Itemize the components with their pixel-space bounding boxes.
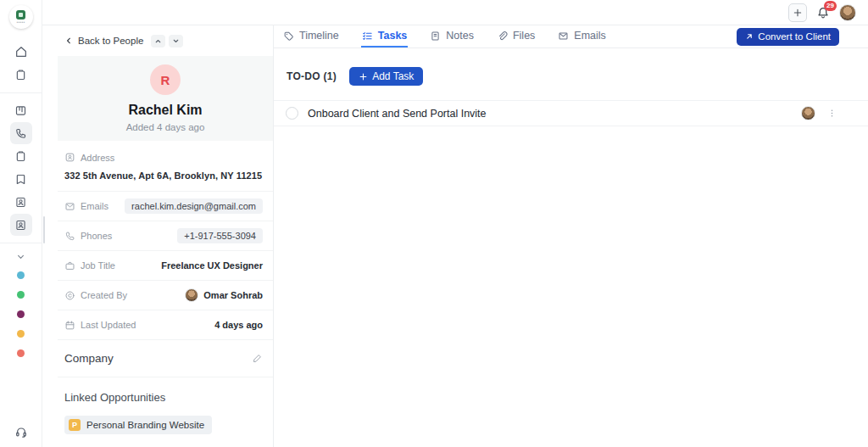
edit-pencil-icon[interactable] xyxy=(252,353,263,364)
field-label: Emails xyxy=(81,201,108,211)
field-phones: Phones +1-917-555-3094 xyxy=(58,221,273,251)
logo-text: ●●●●● xyxy=(16,20,25,24)
tab-emails[interactable]: Emails xyxy=(557,25,607,47)
convert-button-label: Convert to Client xyxy=(758,31,831,42)
user-avatar[interactable] xyxy=(839,4,856,21)
task-row[interactable]: Onboard Client and Send Portal Invite xyxy=(274,100,868,126)
field-job-title: Job Title Freelance UX Designer xyxy=(58,251,273,281)
workspace-logo[interactable]: ●●●●● xyxy=(9,5,33,29)
calendar-icon xyxy=(64,320,75,331)
back-row: Back to People xyxy=(42,25,273,56)
arrow-up-right-icon xyxy=(745,32,754,41)
last-updated-value: 4 days ago xyxy=(214,320,263,330)
people-card-icon[interactable] xyxy=(10,214,32,236)
creator-name: Omar Sohrab xyxy=(203,290,263,300)
task-checkbox[interactable] xyxy=(286,107,298,120)
creator-icon xyxy=(64,290,75,301)
tab-label: Tasks xyxy=(378,30,408,42)
book-icon[interactable] xyxy=(10,168,32,190)
creator-avatar xyxy=(185,288,198,302)
plus-icon xyxy=(359,72,368,81)
convert-to-client-button[interactable]: Convert to Client xyxy=(737,28,839,46)
field-value: 332 5th Avenue, Apt 6A, Brooklyn, NY 112… xyxy=(64,170,263,181)
paperclip-icon xyxy=(497,31,508,42)
person-added-text: Added 4 days ago xyxy=(126,122,205,132)
field-label: Phones xyxy=(81,231,112,241)
linked-opportunities-section: Linked Opportunities P Personal Branding… xyxy=(58,377,273,434)
home-icon[interactable] xyxy=(10,41,32,63)
workspace-dot[interactable] xyxy=(17,271,25,279)
rail-divider xyxy=(0,92,42,93)
chevron-up-icon xyxy=(154,37,162,45)
created-by-value[interactable]: Omar Sohrab xyxy=(185,288,263,302)
chevron-down-icon xyxy=(172,37,180,45)
linked-opportunities-title: Linked Opportunities xyxy=(64,391,263,404)
job-title-value[interactable]: Freelance UX Designer xyxy=(161,260,263,271)
chevron-down-icon[interactable] xyxy=(15,251,26,262)
logo-icon xyxy=(16,10,25,20)
tab-files[interactable]: Files xyxy=(496,25,536,47)
tab-label: Timeline xyxy=(299,30,339,42)
workspace-dot[interactable] xyxy=(17,310,25,318)
note-icon xyxy=(430,31,441,42)
kanban-icon[interactable] xyxy=(10,99,32,121)
headset-icon[interactable] xyxy=(14,425,28,439)
person-header-card: R Rachel Kim Added 4 days ago xyxy=(58,56,273,141)
field-label: Last Updated xyxy=(81,320,136,330)
field-created-by: Created By Omar Sohrab xyxy=(58,281,273,310)
envelope-icon xyxy=(558,31,569,42)
person-panel: Back to People R Rachel Kim xyxy=(42,25,274,447)
envelope-icon xyxy=(64,201,75,212)
company-title: Company xyxy=(64,352,114,365)
todo-header-row: TO-DO (1) Add Task xyxy=(287,67,868,86)
task-menu-icon[interactable] xyxy=(826,108,837,119)
rail-nav xyxy=(0,41,42,363)
main-area: Timeline Tasks Notes Files xyxy=(274,25,868,447)
rail-divider xyxy=(0,243,42,243)
tab-tasks[interactable]: Tasks xyxy=(361,25,409,47)
field-label: Created By xyxy=(81,290,127,300)
add-task-button[interactable]: Add Task xyxy=(349,67,423,86)
record-stepper xyxy=(151,35,183,47)
workspace-dot[interactable] xyxy=(17,330,25,338)
address-icon xyxy=(64,152,75,163)
add-task-label: Add Task xyxy=(372,70,414,82)
todo-count-label: TO-DO (1) xyxy=(287,70,337,82)
notifications-button[interactable]: 29 xyxy=(816,6,830,20)
tab-timeline[interactable]: Timeline xyxy=(282,25,340,47)
tab-label: Files xyxy=(513,30,535,42)
previous-record-button[interactable] xyxy=(151,35,165,47)
clipboard-icon[interactable] xyxy=(10,145,32,167)
tab-label: Emails xyxy=(574,30,606,42)
create-new-button[interactable] xyxy=(788,3,807,22)
checklist-icon xyxy=(362,31,373,42)
back-link-label: Back to People xyxy=(78,36,143,46)
field-label: Job Title xyxy=(81,260,115,271)
person-name: Rachel Kim xyxy=(128,103,202,118)
scrollbar-thumb[interactable] xyxy=(43,216,45,243)
tab-bar: Timeline Tasks Notes Files xyxy=(274,25,868,48)
task-title: Onboard Client and Send Portal Invite xyxy=(308,108,487,120)
workspace-dot[interactable] xyxy=(17,349,25,357)
app-window: ●●●●● xyxy=(0,0,868,447)
field-last-updated: Last Updated 4 days ago xyxy=(58,310,273,340)
next-record-button[interactable] xyxy=(169,35,183,47)
tab-notes[interactable]: Notes xyxy=(429,25,475,47)
field-address[interactable]: Address 332 5th Avenue, Apt 6A, Brooklyn… xyxy=(58,141,273,192)
phone-chip[interactable]: +1-917-555-3094 xyxy=(177,228,263,243)
workspace-dot[interactable] xyxy=(17,291,25,299)
opportunity-initial-badge: P xyxy=(69,419,81,431)
phone-icon xyxy=(64,231,75,242)
tasks-icon[interactable] xyxy=(10,64,32,86)
contact-card-icon[interactable] xyxy=(10,191,32,213)
person-avatar[interactable]: R xyxy=(150,64,181,95)
email-chip[interactable]: rachel.kim.design@gmail.com xyxy=(125,198,263,214)
phone-icon[interactable] xyxy=(10,122,32,144)
field-label: Address xyxy=(81,153,114,163)
field-emails: Emails rachel.kim.design@gmail.com xyxy=(58,192,273,221)
topbar: 29 xyxy=(42,0,868,25)
opportunity-chip[interactable]: P Personal Branding Website xyxy=(64,416,212,434)
back-to-people-link[interactable]: Back to People xyxy=(64,36,143,46)
assignee-avatar[interactable] xyxy=(801,106,815,120)
briefcase-icon xyxy=(64,260,75,271)
